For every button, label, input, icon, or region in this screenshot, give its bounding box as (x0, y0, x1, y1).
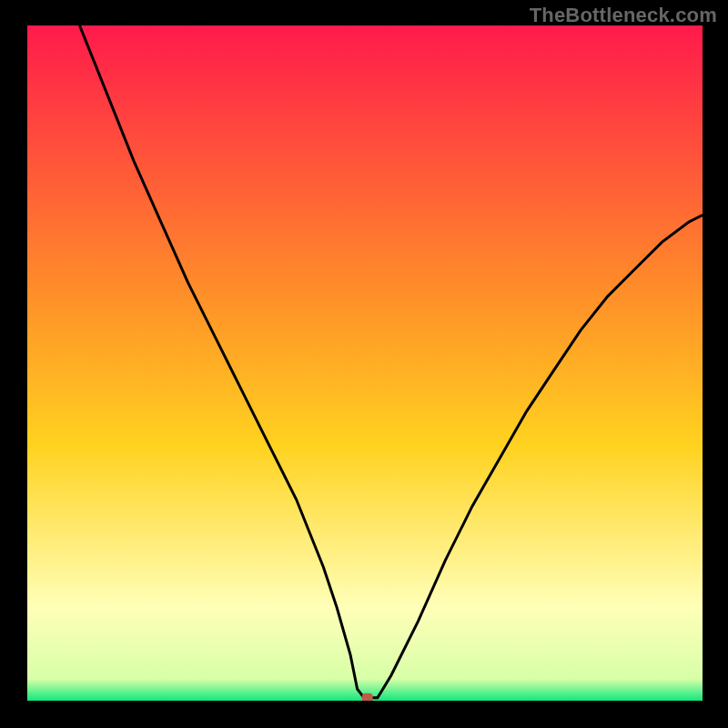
y-axis-line (25, 25, 27, 703)
gradient-background (25, 25, 703, 703)
watermark-text: TheBottleneck.com (530, 4, 717, 27)
x-axis-line (25, 701, 703, 703)
chart-container: TheBottleneck.com (0, 0, 728, 728)
bottleneck-chart (25, 25, 703, 703)
